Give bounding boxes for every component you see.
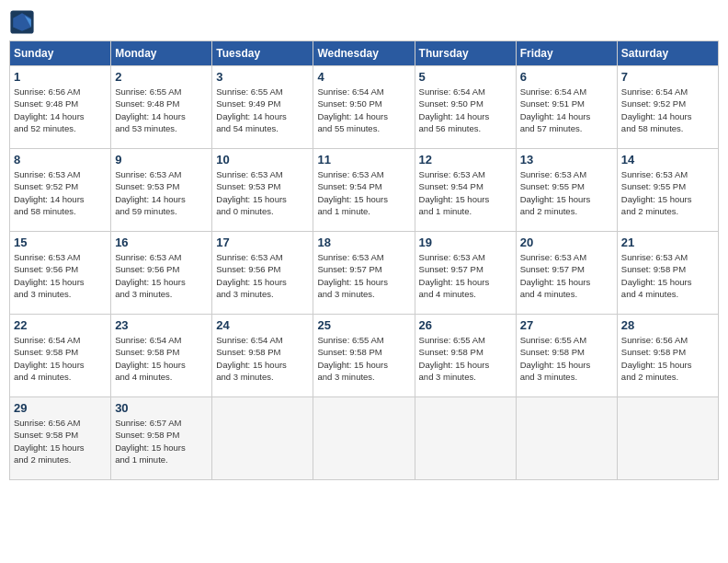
cell-info: Sunrise: 6:54 AM Sunset: 9:52 PM Dayligh… xyxy=(621,86,714,134)
calendar-cell: 29Sunrise: 6:56 AM Sunset: 9:58 PM Dayli… xyxy=(10,397,111,480)
cell-info: Sunrise: 6:54 AM Sunset: 9:51 PM Dayligh… xyxy=(520,86,613,134)
calendar-cell xyxy=(212,397,313,480)
day-number: 25 xyxy=(317,318,410,332)
day-number: 24 xyxy=(216,318,309,332)
day-number: 26 xyxy=(419,318,512,332)
calendar-cell: 3Sunrise: 6:55 AM Sunset: 9:49 PM Daylig… xyxy=(212,66,313,149)
day-number: 22 xyxy=(14,318,107,332)
calendar-cell: 26Sunrise: 6:55 AM Sunset: 9:58 PM Dayli… xyxy=(415,315,516,397)
cell-info: Sunrise: 6:53 AM Sunset: 9:57 PM Dayligh… xyxy=(317,251,410,300)
weekday-header-friday: Friday xyxy=(516,41,617,66)
cell-info: Sunrise: 6:55 AM Sunset: 9:48 PM Dayligh… xyxy=(115,86,208,134)
day-number: 10 xyxy=(216,153,309,167)
logo xyxy=(9,9,39,35)
cell-info: Sunrise: 6:53 AM Sunset: 9:56 PM Dayligh… xyxy=(115,251,208,300)
weekday-header-saturday: Saturday xyxy=(617,41,718,66)
week-row-1: 1Sunrise: 6:56 AM Sunset: 9:48 PM Daylig… xyxy=(10,66,719,149)
calendar-cell: 14Sunrise: 6:53 AM Sunset: 9:55 PM Dayli… xyxy=(617,149,718,232)
day-number: 8 xyxy=(14,153,107,167)
cell-info: Sunrise: 6:55 AM Sunset: 9:58 PM Dayligh… xyxy=(419,334,512,383)
calendar-cell: 30Sunrise: 6:57 AM Sunset: 9:58 PM Dayli… xyxy=(111,397,212,480)
calendar-cell: 25Sunrise: 6:55 AM Sunset: 9:58 PM Dayli… xyxy=(313,315,415,397)
day-number: 15 xyxy=(14,236,107,249)
day-number: 3 xyxy=(216,70,309,84)
calendar-cell: 24Sunrise: 6:54 AM Sunset: 9:58 PM Dayli… xyxy=(212,315,313,397)
calendar-cell xyxy=(617,397,718,480)
day-number: 4 xyxy=(317,70,410,84)
cell-info: Sunrise: 6:54 AM Sunset: 9:50 PM Dayligh… xyxy=(317,86,410,134)
day-number: 9 xyxy=(115,153,208,167)
cell-info: Sunrise: 6:53 AM Sunset: 9:58 PM Dayligh… xyxy=(621,251,714,300)
day-number: 27 xyxy=(520,318,613,332)
cell-info: Sunrise: 6:55 AM Sunset: 9:58 PM Dayligh… xyxy=(520,334,613,383)
day-number: 23 xyxy=(115,318,208,332)
cell-info: Sunrise: 6:56 AM Sunset: 9:58 PM Dayligh… xyxy=(14,417,107,465)
day-number: 13 xyxy=(520,153,613,167)
weekday-header-tuesday: Tuesday xyxy=(212,41,313,66)
calendar-cell: 20Sunrise: 6:53 AM Sunset: 9:57 PM Dayli… xyxy=(516,232,617,315)
cell-info: Sunrise: 6:54 AM Sunset: 9:58 PM Dayligh… xyxy=(14,334,107,383)
calendar-table: SundayMondayTuesdayWednesdayThursdayFrid… xyxy=(9,40,719,480)
cell-info: Sunrise: 6:54 AM Sunset: 9:58 PM Dayligh… xyxy=(216,334,309,383)
day-number: 16 xyxy=(115,236,208,249)
calendar-cell xyxy=(516,397,617,480)
day-number: 29 xyxy=(14,401,107,415)
calendar-cell: 1Sunrise: 6:56 AM Sunset: 9:48 PM Daylig… xyxy=(10,66,111,149)
cell-info: Sunrise: 6:57 AM Sunset: 9:58 PM Dayligh… xyxy=(115,417,208,465)
cell-info: Sunrise: 6:53 AM Sunset: 9:52 PM Dayligh… xyxy=(14,168,107,217)
page-header xyxy=(9,9,719,35)
cell-info: Sunrise: 6:53 AM Sunset: 9:53 PM Dayligh… xyxy=(216,168,309,217)
calendar-cell: 13Sunrise: 6:53 AM Sunset: 9:55 PM Dayli… xyxy=(516,149,617,232)
cell-info: Sunrise: 6:53 AM Sunset: 9:54 PM Dayligh… xyxy=(419,168,512,217)
calendar-cell: 23Sunrise: 6:54 AM Sunset: 9:58 PM Dayli… xyxy=(111,315,212,397)
calendar-cell: 6Sunrise: 6:54 AM Sunset: 9:51 PM Daylig… xyxy=(516,66,617,149)
day-number: 21 xyxy=(621,236,714,249)
calendar-cell: 5Sunrise: 6:54 AM Sunset: 9:50 PM Daylig… xyxy=(415,66,516,149)
cell-info: Sunrise: 6:53 AM Sunset: 9:57 PM Dayligh… xyxy=(419,251,512,300)
cell-info: Sunrise: 6:54 AM Sunset: 9:50 PM Dayligh… xyxy=(419,86,512,134)
day-number: 11 xyxy=(317,153,410,167)
day-number: 17 xyxy=(216,236,309,249)
week-row-4: 22Sunrise: 6:54 AM Sunset: 9:58 PM Dayli… xyxy=(10,315,719,397)
calendar-cell: 9Sunrise: 6:53 AM Sunset: 9:53 PM Daylig… xyxy=(111,149,212,232)
week-row-3: 15Sunrise: 6:53 AM Sunset: 9:56 PM Dayli… xyxy=(10,232,719,315)
calendar-cell: 22Sunrise: 6:54 AM Sunset: 9:58 PM Dayli… xyxy=(10,315,111,397)
weekday-header-sunday: Sunday xyxy=(10,41,111,66)
calendar-cell: 4Sunrise: 6:54 AM Sunset: 9:50 PM Daylig… xyxy=(313,66,415,149)
logo-icon xyxy=(9,9,35,35)
cell-info: Sunrise: 6:55 AM Sunset: 9:58 PM Dayligh… xyxy=(317,334,410,383)
day-number: 14 xyxy=(621,153,714,167)
calendar-cell xyxy=(415,397,516,480)
cell-info: Sunrise: 6:53 AM Sunset: 9:57 PM Dayligh… xyxy=(520,251,613,300)
day-number: 20 xyxy=(520,236,613,249)
day-number: 5 xyxy=(419,70,512,84)
week-row-2: 8Sunrise: 6:53 AM Sunset: 9:52 PM Daylig… xyxy=(10,149,719,232)
calendar-cell xyxy=(313,397,415,480)
cell-info: Sunrise: 6:53 AM Sunset: 9:56 PM Dayligh… xyxy=(216,251,309,300)
calendar-cell: 16Sunrise: 6:53 AM Sunset: 9:56 PM Dayli… xyxy=(111,232,212,315)
calendar-cell: 12Sunrise: 6:53 AM Sunset: 9:54 PM Dayli… xyxy=(415,149,516,232)
calendar-cell: 28Sunrise: 6:56 AM Sunset: 9:58 PM Dayli… xyxy=(617,315,718,397)
day-number: 12 xyxy=(419,153,512,167)
cell-info: Sunrise: 6:56 AM Sunset: 9:48 PM Dayligh… xyxy=(14,86,107,134)
cell-info: Sunrise: 6:54 AM Sunset: 9:58 PM Dayligh… xyxy=(115,334,208,383)
calendar-cell: 2Sunrise: 6:55 AM Sunset: 9:48 PM Daylig… xyxy=(111,66,212,149)
cell-info: Sunrise: 6:53 AM Sunset: 9:54 PM Dayligh… xyxy=(317,168,410,217)
weekday-header-thursday: Thursday xyxy=(415,41,516,66)
weekday-header-monday: Monday xyxy=(111,41,212,66)
calendar-cell: 7Sunrise: 6:54 AM Sunset: 9:52 PM Daylig… xyxy=(617,66,718,149)
calendar-cell: 10Sunrise: 6:53 AM Sunset: 9:53 PM Dayli… xyxy=(212,149,313,232)
day-number: 30 xyxy=(115,401,208,415)
cell-info: Sunrise: 6:53 AM Sunset: 9:55 PM Dayligh… xyxy=(520,168,613,217)
calendar-cell: 15Sunrise: 6:53 AM Sunset: 9:56 PM Dayli… xyxy=(10,232,111,315)
day-number: 18 xyxy=(317,236,410,249)
calendar-cell: 8Sunrise: 6:53 AM Sunset: 9:52 PM Daylig… xyxy=(10,149,111,232)
cell-info: Sunrise: 6:53 AM Sunset: 9:53 PM Dayligh… xyxy=(115,168,208,217)
cell-info: Sunrise: 6:53 AM Sunset: 9:56 PM Dayligh… xyxy=(14,251,107,300)
weekday-header-wednesday: Wednesday xyxy=(313,41,415,66)
calendar-cell: 27Sunrise: 6:55 AM Sunset: 9:58 PM Dayli… xyxy=(516,315,617,397)
day-number: 2 xyxy=(115,70,208,84)
day-number: 7 xyxy=(621,70,714,84)
cell-info: Sunrise: 6:53 AM Sunset: 9:55 PM Dayligh… xyxy=(621,168,714,217)
cell-info: Sunrise: 6:55 AM Sunset: 9:49 PM Dayligh… xyxy=(216,86,309,134)
